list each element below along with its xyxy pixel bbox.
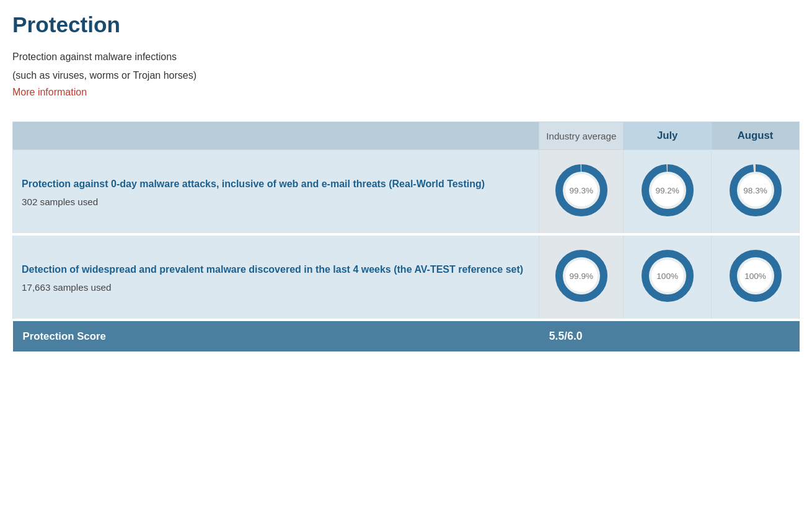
row-label-cell: Protection against 0-day malware attacks…	[13, 150, 539, 235]
footer-score: 5.5/6.0	[539, 320, 800, 351]
donut-label: 100%	[744, 272, 766, 281]
col-header-july: July	[624, 122, 712, 150]
table-row: Detection of widespread and prevalent ma…	[13, 234, 800, 320]
donut-chart: 99.9%	[554, 248, 609, 304]
row-samples: 302 samples used	[22, 197, 530, 207]
donut-chart: 99.3%	[554, 162, 609, 218]
donut-chart: 99.2%	[640, 162, 695, 218]
donut-chart: 100%	[640, 248, 695, 304]
donut-label: 99.9%	[570, 272, 594, 281]
row-august-cell: 98.3%	[712, 150, 800, 235]
more-info-link[interactable]: More information	[12, 87, 87, 98]
row-samples: 17,663 samples used	[22, 282, 530, 293]
col-header-industry: Industry average	[539, 122, 624, 150]
col-header-label	[13, 122, 539, 150]
row-industry-cell: 99.3%	[539, 150, 624, 235]
donut-label: 99.3%	[570, 186, 594, 195]
donut-chart: 98.3%	[728, 162, 783, 218]
row-august-cell: 100%	[712, 234, 800, 320]
donut-label: 98.3%	[743, 186, 767, 195]
table-row: Protection against 0-day malware attacks…	[13, 150, 800, 235]
row-july-cell: 100%	[624, 234, 712, 320]
donut-label: 99.2%	[655, 186, 679, 195]
description-line2: (such as viruses, worms or Trojan horses…	[12, 68, 800, 83]
protection-table: Industry average July August Protection …	[12, 122, 800, 351]
description-line1: Protection against malware infections	[12, 50, 800, 64]
row-title: Protection against 0-day malware attacks…	[22, 177, 530, 192]
row-july-cell: 99.2%	[624, 150, 712, 235]
donut-chart: 100%	[728, 248, 783, 304]
col-header-august: August	[712, 122, 800, 150]
row-title: Detection of widespread and prevalent ma…	[22, 262, 530, 277]
donut-label: 100%	[656, 272, 678, 281]
row-industry-cell: 99.9%	[539, 234, 624, 320]
page-title: Protection	[12, 12, 800, 37]
row-label-cell: Detection of widespread and prevalent ma…	[13, 234, 539, 320]
footer-label: Protection Score	[13, 320, 539, 351]
